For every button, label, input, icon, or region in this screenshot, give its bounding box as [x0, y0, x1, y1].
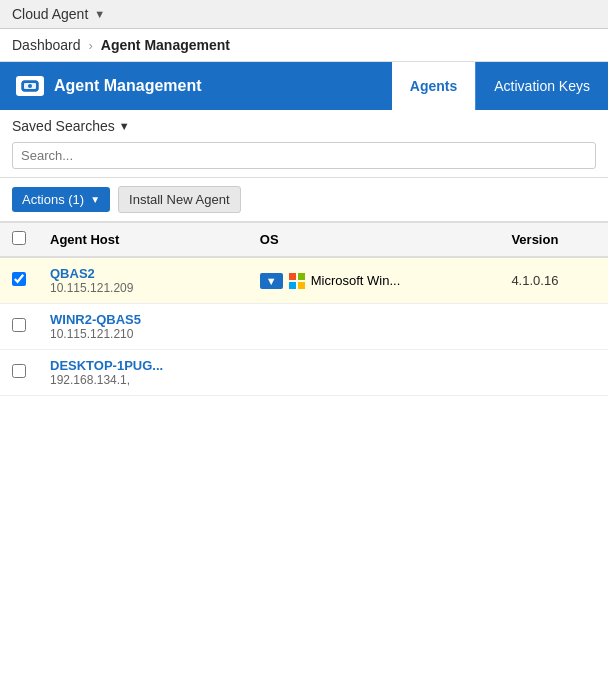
breadcrumb-separator: › — [89, 38, 93, 53]
row-checkbox[interactable] — [12, 364, 26, 378]
col-header-version: Version — [499, 223, 608, 258]
col-header-os: OS — [248, 223, 500, 258]
tab-agents[interactable]: Agents — [392, 62, 475, 110]
table-container: Agent Host OS Version QBAS2 10.115.121.2… — [0, 222, 608, 396]
header-bar: Agent Management Agents Activation Keys — [0, 62, 608, 110]
windows-icon — [289, 273, 305, 289]
search-input[interactable] — [12, 142, 596, 169]
actions-label: Actions (1) — [22, 192, 84, 207]
os-cell: ▼ Microsoft Win... — [248, 257, 500, 304]
actions-arrow: ▼ — [90, 194, 100, 205]
agent-host-cell: WINR2-QBAS5 10.115.121.210 — [38, 304, 248, 350]
agent-host-ip: 10.115.121.210 — [50, 327, 236, 341]
agent-host-cell: DESKTOP-1PUG... 192.168.134.1, — [38, 350, 248, 396]
version-text: 4.1.0.16 — [511, 273, 558, 288]
breadcrumb-dashboard[interactable]: Dashboard — [12, 37, 81, 53]
action-bar: Actions (1) ▼ Install New Agent — [0, 178, 608, 222]
agent-table: Agent Host OS Version QBAS2 10.115.121.2… — [0, 222, 608, 396]
select-all-checkbox[interactable] — [12, 231, 26, 245]
toolbar: Saved Searches ▼ — [0, 110, 608, 178]
table-row: QBAS2 10.115.121.209 ▼ Microsoft Win.. — [0, 257, 608, 304]
app-title: Cloud Agent — [12, 6, 88, 22]
row-checkbox[interactable] — [12, 318, 26, 332]
os-cell — [248, 350, 500, 396]
row-checkbox-cell — [0, 304, 38, 350]
svg-rect-7 — [298, 282, 305, 289]
version-cell — [499, 304, 608, 350]
os-cell-inner: ▼ Microsoft Win... — [260, 273, 488, 289]
agent-host-ip: 10.115.121.209 — [50, 281, 236, 295]
version-cell — [499, 350, 608, 396]
table-row: DESKTOP-1PUG... 192.168.134.1, — [0, 350, 608, 396]
agent-host-name[interactable]: WINR2-QBAS5 — [50, 312, 236, 327]
header-title: Agent Management — [54, 77, 202, 95]
header-tabs: Agents Activation Keys — [392, 62, 608, 110]
col-header-checkbox — [0, 223, 38, 258]
row-checkbox-cell — [0, 350, 38, 396]
svg-point-3 — [28, 84, 32, 88]
saved-searches-label: Saved Searches — [12, 118, 115, 134]
breadcrumb-agent-management[interactable]: Agent Management — [101, 37, 230, 53]
svg-rect-4 — [289, 273, 296, 280]
header-title-section: Agent Management — [0, 76, 392, 96]
row-checkbox[interactable] — [12, 272, 26, 286]
tab-activation-keys[interactable]: Activation Keys — [475, 62, 608, 110]
agent-host-cell: QBAS2 10.115.121.209 — [38, 257, 248, 304]
agent-host-name[interactable]: QBAS2 — [50, 266, 236, 281]
agent-icon — [16, 76, 44, 96]
saved-searches[interactable]: Saved Searches ▼ — [12, 118, 596, 134]
top-bar: Cloud Agent ▼ — [0, 0, 608, 29]
row-checkbox-cell — [0, 257, 38, 304]
actions-button[interactable]: Actions (1) ▼ — [12, 187, 110, 212]
version-cell: 4.1.0.16 — [499, 257, 608, 304]
svg-rect-5 — [298, 273, 305, 280]
col-header-agent-host: Agent Host — [38, 223, 248, 258]
agent-host-name[interactable]: DESKTOP-1PUG... — [50, 358, 236, 373]
os-dropdown-button[interactable]: ▼ — [260, 273, 283, 289]
os-label: Microsoft Win... — [311, 273, 401, 288]
breadcrumb: Dashboard › Agent Management — [0, 29, 608, 62]
app-title-arrow[interactable]: ▼ — [94, 8, 105, 20]
install-new-agent-button[interactable]: Install New Agent — [118, 186, 240, 213]
svg-rect-6 — [289, 282, 296, 289]
os-cell — [248, 304, 500, 350]
agent-host-ip: 192.168.134.1, — [50, 373, 236, 387]
saved-searches-arrow: ▼ — [119, 120, 130, 132]
table-row: WINR2-QBAS5 10.115.121.210 — [0, 304, 608, 350]
